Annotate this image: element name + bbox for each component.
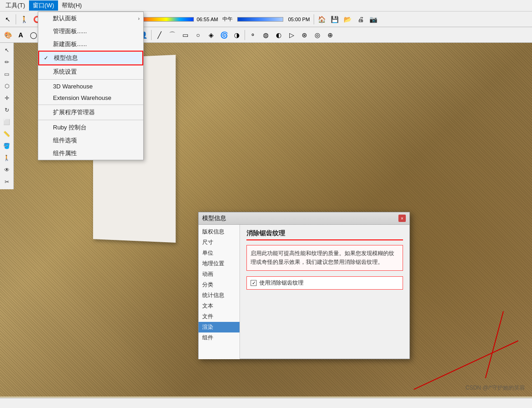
menu-item-extension-warehouse[interactable]: Extension Warehouse [38, 92, 143, 104]
antialiasing-checkbox[interactable]: ✓ [251, 280, 257, 286]
sidebar-item-units[interactable]: 单位 [199, 248, 240, 258]
sidebar-item-render[interactable]: 渲染 [199, 322, 240, 332]
left-btn-scale[interactable]: ⬜ [1, 117, 12, 128]
menu-separator-3 [38, 120, 143, 120]
toolbar-btn-line[interactable]: ╱ [153, 29, 165, 41]
sep6 [151, 30, 152, 40]
menu-separator-2 [38, 105, 143, 105]
menu-item-label: 新建面板...... [53, 40, 87, 48]
toolbar-btn-half[interactable]: ◑ [231, 29, 243, 41]
left-btn-rectangle[interactable]: ▭ [1, 69, 12, 80]
separator3 [314, 14, 314, 24]
menu-item-label: 系统设置 [53, 68, 77, 76]
statusbar [0, 398, 532, 408]
menu-item-component-options[interactable]: 组件选项 [38, 134, 143, 147]
menu-item-label: Extension Warehouse [53, 94, 111, 101]
checkbox-check-icon: ✓ [252, 280, 256, 286]
model-info-dialog: 模型信息 × 版权信息 尺寸 单位 地理位置 动画 分类 统计信息 文本 文件 … [198, 212, 410, 359]
left-btn-pencil[interactable]: ✏ [1, 57, 12, 68]
dialog-close-button[interactable]: × [398, 215, 406, 222]
menu-window[interactable]: 窗口(W) [29, 0, 58, 11]
left-btn-tape2[interactable]: 📏 [1, 128, 12, 140]
checkmark-icon: ✓ [44, 55, 48, 61]
menu-item-ruby-console[interactable]: Ruby 控制台 [38, 121, 143, 134]
menu-item-new-panel[interactable]: 新建面板...... [38, 38, 143, 51]
time-blue-bar[interactable] [237, 17, 283, 22]
menubar: 工具(T) 窗口(W) 帮助(H) [0, 0, 532, 12]
menu-item-extension-manager[interactable]: 扩展程序管理器 [38, 106, 143, 119]
menu-item-label: 3D Warehouse [53, 83, 93, 90]
toolbar-btn-arc[interactable]: ⌒ [166, 29, 178, 41]
toolbar-btn-text-a[interactable]: A [15, 29, 27, 41]
menu-item-system-settings[interactable]: 系统设置 [38, 65, 143, 78]
left-btn-walk2[interactable]: 🚶 [1, 152, 12, 163]
time-display-mid: 中午 [222, 16, 233, 23]
menu-item-3d-warehouse[interactable]: 3D Warehouse [38, 81, 143, 92]
menu-item-label: 组件选项 [53, 136, 77, 145]
menu-item-label: 模型信息 [54, 54, 78, 62]
left-btn-move[interactable]: ✛ [1, 93, 12, 104]
checkbox-label: 使用消除锯齿纹理 [259, 279, 304, 287]
toolbar-btn-x2[interactable]: ◍ [260, 29, 272, 41]
sidebar-item-geo-location[interactable]: 地理位置 [199, 258, 240, 269]
window-dropdown-menu: 默认面板 › 管理面板...... 新建面板...... ✓ 模型信息 系统设置… [38, 12, 144, 160]
dialog-sidebar: 版权信息 尺寸 单位 地理位置 动画 分类 统计信息 文本 文件 渲染 组件 [199, 225, 240, 359]
time-display-am: 06:55 AM [197, 17, 218, 22]
sidebar-item-statistics[interactable]: 统计信息 [199, 290, 240, 301]
menu-item-label: 管理面板...... [53, 27, 87, 35]
menu-item-default-panels[interactable]: 默认面板 › [38, 12, 143, 25]
toolbar-btn-walk[interactable]: 🚶 [18, 13, 30, 25]
dialog-title: 模型信息 [202, 214, 226, 222]
submenu-arrow-icon: › [138, 16, 140, 21]
watermark: CSDN @/*守护她的笑容 [465, 384, 525, 392]
toolbar-btn-x6[interactable]: ◎ [311, 29, 323, 41]
menu-item-label: 组件属性 [53, 149, 77, 157]
toolbar-btn-folder[interactable]: 📂 [342, 13, 354, 25]
sep7 [245, 30, 245, 40]
left-btn-look-around[interactable]: 👁 [1, 164, 12, 175]
toolbar-btn-circle3[interactable]: ○ [192, 29, 204, 41]
left-btn-push-pull[interactable]: ⬡ [1, 81, 12, 92]
toolbar-btn-x4[interactable]: ▷ [286, 29, 298, 41]
toolbar-btn-paint[interactable]: 🎨 [2, 29, 14, 41]
menu-item-label: 扩展程序管理器 [53, 108, 95, 117]
sidebar-item-file[interactable]: 文件 [199, 311, 240, 322]
menu-help[interactable]: 帮助(H) [58, 0, 86, 11]
menu-item-component-attributes[interactable]: 组件属性 [38, 147, 143, 160]
toolbar-btn-rect[interactable]: ▭ [179, 29, 191, 41]
toolbar-btn-camera[interactable]: 📷 [368, 13, 380, 25]
toolbar-btn-save[interactable]: 💾 [329, 13, 341, 25]
sidebar-item-animation[interactable]: 动画 [199, 269, 240, 280]
sidebar-item-copyright[interactable]: 版权信息 [199, 227, 240, 237]
sun-gradient-bar[interactable] [139, 17, 194, 22]
menu-item-label: 默认面板 [53, 14, 77, 23]
dialog-content: 消除锯齿纹理 启用此功能可提高性能和纹理的质量。如果您发现模糊的纹理或奇怪的显示… [240, 225, 409, 359]
left-btn-paint2[interactable]: 🪣 [1, 140, 12, 152]
left-toolbar: ↖ ✏ ▭ ⬡ ✛ ↻ ⬜ 📏 🪣 🚶 👁 ✂ [0, 43, 14, 189]
sidebar-item-dimensions[interactable]: 尺寸 [199, 237, 240, 248]
left-btn-select[interactable]: ↖ [1, 45, 12, 56]
sidebar-item-text[interactable]: 文本 [199, 301, 240, 311]
toolbar-btn-home[interactable]: 🏠 [316, 13, 328, 25]
menu-item-model-info[interactable]: ✓ 模型信息 [38, 51, 143, 65]
toolbar-btn-spiral[interactable]: 🌀 [218, 29, 230, 41]
toolbar-btn-x1[interactable]: ⚬ [247, 29, 259, 41]
menu-tools[interactable]: 工具(T) [2, 0, 29, 11]
toolbar-btn-print[interactable]: 🖨 [355, 13, 367, 25]
toolbar-btn-arrow[interactable]: ↖ [2, 13, 14, 25]
left-btn-rotate2[interactable]: ↻ [1, 105, 12, 116]
toolbar-btn-eraser[interactable]: ◈ [205, 29, 217, 41]
toolbar-btn-x7[interactable]: ⊕ [324, 29, 336, 41]
dialog-body: 版权信息 尺寸 单位 地理位置 动画 分类 统计信息 文本 文件 渲染 组件 消… [199, 225, 409, 359]
sidebar-item-classification[interactable]: 分类 [199, 280, 240, 290]
dialog-description: 启用此功能可提高性能和纹理的质量。如果您发现模糊的纹理或奇怪的显示效果，我们建议… [246, 245, 403, 271]
menu-item-manage-panels[interactable]: 管理面板...... [38, 25, 143, 38]
separator1 [16, 14, 16, 24]
dialog-titlebar: 模型信息 × [199, 212, 409, 225]
sidebar-item-components[interactable]: 组件 [199, 332, 240, 343]
app-window: 工具(T) 窗口(W) 帮助(H) ↖ 🚶 ⭕ ⬡ ✛ ↻ 5 6 7 8 9 … [0, 0, 532, 408]
toolbar-btn-x3[interactable]: ◐ [273, 29, 285, 41]
left-btn-section-plane[interactable]: ✂ [1, 176, 12, 187]
dialog-checkbox-row[interactable]: ✓ 使用消除锯齿纹理 [246, 276, 403, 290]
toolbar-btn-x5[interactable]: ⊛ [298, 29, 310, 41]
